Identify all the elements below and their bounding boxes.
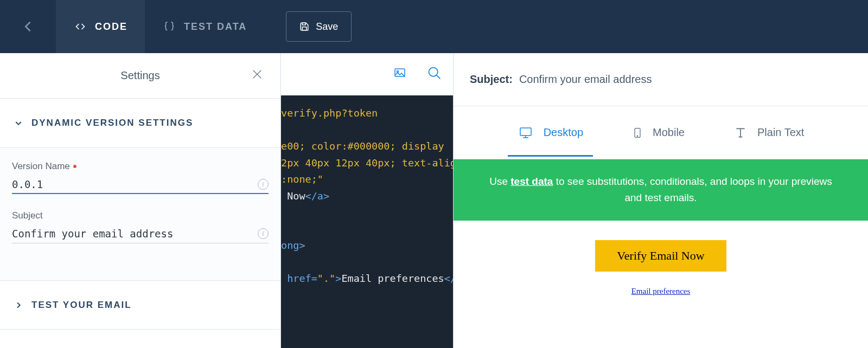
tab-mobile-label: Mobile bbox=[653, 126, 685, 139]
save-button[interactable]: Save bbox=[286, 11, 352, 42]
section-test-label: TEST YOUR EMAIL bbox=[31, 300, 132, 311]
settings-sidebar: Settings DYNAMIC VERSION SETTINGS Versio… bbox=[0, 53, 281, 348]
email-preferences-link[interactable]: Email preferences bbox=[454, 287, 868, 296]
tab-plaintext-label: Plain Text bbox=[757, 126, 804, 139]
braces-icon bbox=[162, 21, 176, 33]
code-column: verify.php?token e00; color:#000000; dis… bbox=[281, 53, 454, 348]
testdata-notice: Use test data to see substitutions, cond… bbox=[454, 159, 868, 221]
testdata-link[interactable]: test data bbox=[510, 176, 553, 187]
required-indicator bbox=[73, 165, 76, 168]
close-button[interactable] bbox=[247, 64, 267, 87]
chevron-down-icon bbox=[14, 119, 23, 127]
save-icon bbox=[299, 22, 309, 31]
tab-testdata-label: TEST DATA bbox=[184, 21, 247, 33]
svg-point-4 bbox=[429, 68, 438, 76]
code-icon bbox=[73, 21, 87, 32]
desktop-icon bbox=[518, 126, 534, 139]
preview-column: Subject: Confirm your email address Desk… bbox=[454, 53, 868, 348]
sidebar-header: Settings bbox=[0, 53, 280, 99]
section-dynamic-label: DYNAMIC VERSION SETTINGS bbox=[31, 118, 193, 128]
tab-plaintext[interactable]: Plain Text bbox=[733, 126, 804, 156]
sidebar-title: Settings bbox=[120, 69, 159, 82]
code-editor[interactable]: verify.php?token e00; color:#000000; dis… bbox=[281, 95, 453, 348]
image-icon[interactable] bbox=[392, 67, 407, 82]
subject-label: Subject: bbox=[470, 73, 513, 86]
code-toolbar bbox=[281, 53, 453, 95]
subject-label: Subject bbox=[12, 210, 269, 221]
subject-input-row: i bbox=[12, 224, 269, 243]
tab-testdata[interactable]: TEST DATA bbox=[145, 0, 264, 53]
subject-value: Confirm your email address bbox=[519, 73, 652, 86]
top-bar: CODE TEST DATA Save bbox=[0, 0, 868, 53]
section-dynamic-settings[interactable]: DYNAMIC VERSION SETTINGS bbox=[0, 99, 280, 148]
field-subject: Subject i bbox=[12, 210, 269, 243]
form-area: Version Name i Subject i bbox=[0, 148, 280, 280]
svg-rect-1 bbox=[303, 27, 307, 30]
info-icon[interactable]: i bbox=[258, 228, 269, 239]
text-icon bbox=[733, 126, 748, 140]
version-name-input-row: i bbox=[12, 175, 269, 194]
tab-desktop[interactable]: Desktop bbox=[518, 126, 583, 156]
svg-rect-0 bbox=[303, 23, 306, 25]
verify-email-button[interactable]: Verify Email Now bbox=[595, 240, 726, 272]
subject-input[interactable] bbox=[12, 228, 258, 240]
section-test-email[interactable]: TEST YOUR EMAIL bbox=[0, 280, 280, 330]
view-tabs: Desktop Mobile Plain Text bbox=[454, 106, 868, 159]
subject-row: Subject: Confirm your email address bbox=[454, 53, 868, 106]
save-label: Save bbox=[316, 21, 338, 33]
search-icon[interactable] bbox=[427, 66, 442, 83]
close-icon bbox=[251, 68, 263, 80]
field-version-name: Version Name i bbox=[12, 161, 269, 194]
chevron-right-icon bbox=[14, 301, 23, 310]
tab-code-label: CODE bbox=[95, 21, 127, 33]
email-preview: Verify Email Now Email preferences bbox=[454, 221, 868, 348]
tab-mobile[interactable]: Mobile bbox=[632, 125, 685, 157]
tab-desktop-label: Desktop bbox=[544, 126, 583, 139]
info-icon[interactable]: i bbox=[258, 179, 269, 190]
svg-point-7 bbox=[637, 136, 637, 136]
tab-code[interactable]: CODE bbox=[56, 0, 145, 53]
mobile-icon bbox=[632, 125, 643, 141]
version-name-input[interactable] bbox=[12, 178, 258, 190]
version-name-label: Version Name bbox=[12, 161, 269, 172]
svg-rect-5 bbox=[520, 128, 531, 136]
back-button[interactable] bbox=[0, 19, 56, 34]
